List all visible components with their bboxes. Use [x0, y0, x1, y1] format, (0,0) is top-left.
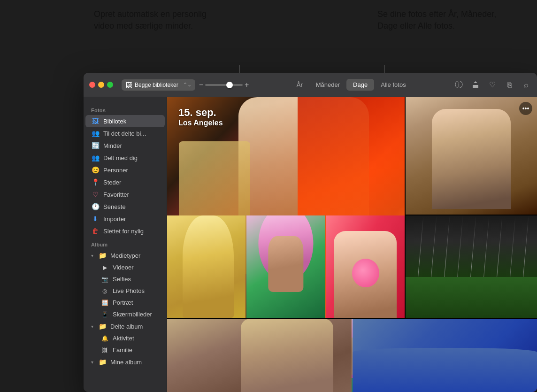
zoom-control: − +: [199, 81, 249, 89]
sidebar-item-personer[interactable]: 😊 Personer: [85, 164, 165, 176]
medietyper-expand-icon: ▾: [91, 253, 93, 258]
search-button[interactable]: ⌕: [521, 80, 531, 90]
sidebar-label-selfies: Selfies: [113, 276, 131, 283]
sidebar-item-familie[interactable]: 🖼 Familie: [85, 344, 165, 356]
zoom-thumb: [226, 82, 233, 88]
portraet-icon: 🪟: [100, 300, 109, 306]
sidebar-label-aktivitet: Aktivitet: [113, 335, 134, 342]
live-photos-icon: ◎: [100, 288, 109, 294]
sidebar-label-skaermbilleder: Skærmbilleder: [113, 311, 152, 318]
photo-top-right-2[interactable]: [406, 215, 537, 318]
share-button[interactable]: [470, 80, 481, 90]
sidebar-label-delt-med-dig: Delt med dig: [103, 154, 138, 161]
delte-album-expand-icon: ▾: [91, 324, 93, 329]
zoom-minus[interactable]: −: [199, 81, 203, 89]
traffic-lights: [89, 82, 113, 88]
tab-months[interactable]: Måneder: [309, 79, 346, 91]
tab-all-photos[interactable]: Alle fotos: [374, 79, 412, 91]
sidebar-label-delte-album: Delte album: [110, 323, 143, 330]
tooltip-area: Opret automatisk en personlig video med …: [0, 0, 537, 75]
view-tabs: År Måneder Dage Alle fotos: [290, 79, 413, 91]
favoritter-icon: ♡: [91, 191, 100, 198]
sidebar-item-minder[interactable]: 🔄 Minder: [85, 139, 165, 152]
main-content: 15. sep. Los Angeles •••: [167, 97, 537, 392]
photo-bot-2[interactable]: [353, 319, 537, 392]
library-label: Begge biblioteker: [135, 82, 178, 88]
zoom-slider[interactable]: [205, 84, 243, 86]
sidebar-label-videoer: Videoer: [113, 264, 134, 271]
mid-row-photos: [167, 215, 405, 318]
library-chevron-icon: ⌃⌄: [183, 82, 192, 88]
library-icon: 🖼: [125, 81, 132, 89]
sidebar-label-bibliotek: Bibliotek: [103, 118, 126, 125]
sidebar-item-seneste[interactable]: 🕐 Seneste: [85, 200, 165, 213]
toolbar: 🖼 Begge biblioteker ⌃⌄ − + År Måneder Da…: [84, 73, 537, 97]
seneste-icon: 🕐: [91, 203, 100, 210]
sidebar-item-selfies[interactable]: 📷 Selfies: [85, 273, 165, 285]
sidebar-section-fotos: Fotos: [84, 103, 167, 115]
medietyper-icon: 📁: [98, 252, 107, 259]
info-button[interactable]: ⓘ: [453, 80, 464, 90]
rotate-button[interactable]: ⎘: [504, 80, 514, 90]
photo-mid-3[interactable]: [326, 215, 405, 318]
sidebar-item-delt-med-dig[interactable]: 👥 Delt med dig: [85, 152, 165, 164]
mine-album-icon: 📁: [98, 358, 107, 366]
aktivitet-icon: 🔔: [100, 335, 109, 342]
minimize-button[interactable]: [98, 82, 104, 88]
sidebar-label-personer: Personer: [103, 167, 128, 174]
sidebar-item-mine-album[interactable]: ▾ 📁 Mine album: [85, 356, 165, 368]
app-window: 🖼 Begge biblioteker ⌃⌄ − + År Måneder Da…: [84, 73, 537, 392]
library-selector[interactable]: 🖼 Begge biblioteker ⌃⌄: [122, 79, 195, 91]
sidebar-label-mine-album: Mine album: [110, 359, 142, 366]
selfies-icon: 📷: [100, 276, 109, 283]
photo-mid-1[interactable]: [167, 215, 245, 318]
sidebar-item-aktivitet[interactable]: 🔔 Aktivitet: [85, 332, 165, 344]
photo-top-right-1[interactable]: •••: [406, 97, 537, 215]
delt-med-dig-icon: 👥: [91, 154, 100, 161]
personer-icon: 😊: [91, 166, 100, 174]
delte-album-icon: 📁: [98, 323, 107, 330]
sidebar-item-steder[interactable]: 📍 Steder: [85, 176, 165, 188]
sidebar-item-importer[interactable]: ⬇ Importer: [85, 213, 165, 225]
tab-year[interactable]: År: [290, 79, 309, 91]
more-button[interactable]: •••: [519, 102, 532, 115]
bottom-row-photos: [167, 319, 537, 392]
favorite-button[interactable]: ♡: [487, 80, 498, 90]
sidebar-label-delt-bibliotek: Til det delte bi...: [103, 130, 146, 137]
sidebar-item-bibliotek[interactable]: 🖼 Bibliotek: [85, 115, 165, 127]
photo-mid-2[interactable]: [246, 215, 325, 318]
sidebar-label-importer: Importer: [103, 215, 126, 223]
sidebar-label-favoritter: Favoritter: [103, 191, 129, 198]
sidebar-item-portraet[interactable]: 🪟 Portræt: [85, 297, 165, 308]
sidebar-label-minder: Minder: [103, 142, 122, 149]
sidebar-item-skaermbilleder[interactable]: 📱 Skærmbilleder: [85, 308, 165, 320]
location-text: Los Angeles: [178, 119, 223, 127]
fullscreen-button[interactable]: [107, 82, 113, 88]
zoom-plus[interactable]: +: [245, 81, 249, 89]
videoer-icon: ▶: [100, 264, 109, 271]
sidebar-label-steder: Steder: [103, 179, 121, 186]
close-button[interactable]: [89, 82, 95, 88]
sidebar-label-familie: Familie: [113, 346, 132, 354]
bibliotek-icon: 🖼: [91, 117, 100, 125]
sidebar-item-slettet[interactable]: 🗑 Slettet for nylig: [85, 225, 165, 237]
sidebar-item-videoer[interactable]: ▶ Videoer: [85, 261, 165, 273]
tooltip-right: Se dine fotos efter År, Måneder, Dage el…: [377, 8, 499, 32]
slettet-icon: 🗑: [91, 227, 100, 235]
minder-icon: 🔄: [91, 142, 100, 149]
sidebar-item-favoritter[interactable]: ♡ Favoritter: [85, 188, 165, 200]
sidebar-item-medietyper[interactable]: ▾ 📁 Medietyper: [85, 249, 165, 261]
date-text: 15. sep.: [178, 107, 223, 119]
sidebar-item-delte-album[interactable]: ▾ 📁 Delte album: [85, 320, 165, 332]
photo-bot-1[interactable]: [167, 319, 352, 392]
date-overlay: 15. sep. Los Angeles: [178, 107, 223, 127]
skaermbilleder-icon: 📱: [100, 311, 109, 318]
sidebar-label-portraet: Portræt: [113, 299, 133, 306]
sidebar-item-delt-bibliotek[interactable]: 👥 Til det delte bi...: [85, 127, 165, 139]
importer-icon: ⬇: [91, 215, 100, 223]
tooltip-left: Opret automatisk en personlig video med …: [94, 8, 216, 32]
mine-album-expand-icon: ▾: [91, 360, 93, 365]
tab-days[interactable]: Dage: [346, 79, 374, 91]
sidebar-item-live-photos[interactable]: ◎ Live Photos: [85, 285, 165, 297]
tooltip-bracket: [239, 65, 385, 73]
